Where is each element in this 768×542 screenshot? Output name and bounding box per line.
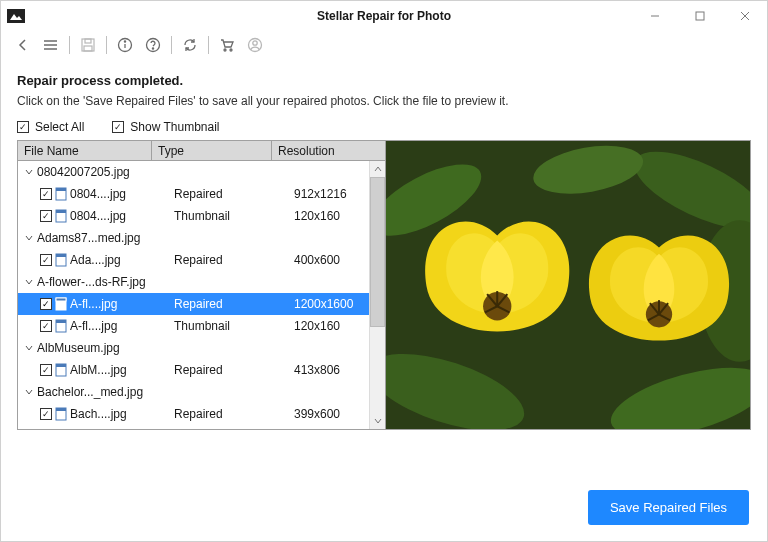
- page-title: Repair process completed.: [17, 73, 751, 88]
- svg-point-20: [253, 41, 257, 45]
- chevron-down-icon: [24, 344, 34, 352]
- tree-group[interactable]: background.jpg: [18, 425, 369, 429]
- svg-rect-24: [56, 210, 66, 213]
- checkbox-icon[interactable]: ✓: [40, 320, 52, 332]
- split-pane: File Name Type Resolution 08042007205.jp…: [17, 140, 751, 430]
- svg-point-16: [152, 48, 153, 49]
- tree-group[interactable]: Adams87...med.jpg: [18, 227, 369, 249]
- select-all-checkbox[interactable]: ✓ Select All: [17, 120, 84, 134]
- tree-item[interactable]: ✓0804....jpg Thumbnail 120x160: [18, 205, 369, 227]
- image-file-icon: [55, 363, 67, 377]
- item-name: AlbM....jpg: [70, 363, 127, 377]
- info-icon[interactable]: [111, 33, 139, 57]
- svg-rect-0: [7, 9, 25, 23]
- checkbox-icon[interactable]: ✓: [40, 298, 52, 310]
- image-file-icon: [55, 297, 67, 311]
- svg-rect-28: [56, 298, 66, 301]
- save-repaired-files-button[interactable]: Save Repaired Files: [588, 490, 749, 525]
- titlebar: Stellar Repair for Photo: [1, 1, 767, 31]
- svg-point-18: [230, 49, 232, 51]
- image-file-icon: [55, 187, 67, 201]
- save-icon[interactable]: [74, 33, 102, 57]
- menu-button[interactable]: [37, 33, 65, 57]
- file-grid: File Name Type Resolution 08042007205.jp…: [18, 141, 386, 429]
- content-area: Repair process completed. Click on the '…: [1, 59, 767, 478]
- svg-rect-30: [56, 320, 66, 323]
- help-icon[interactable]: [139, 33, 167, 57]
- image-file-icon: [55, 253, 67, 267]
- tree-item[interactable]: ✓Bach....jpg Repaired 399x600: [18, 403, 369, 425]
- item-type: Repaired: [170, 363, 290, 377]
- refresh-icon[interactable]: [176, 33, 204, 57]
- svg-rect-22: [56, 188, 66, 191]
- back-button[interactable]: [9, 33, 37, 57]
- image-file-icon: [55, 319, 67, 333]
- column-resolution[interactable]: Resolution: [272, 141, 385, 160]
- user-icon[interactable]: [241, 33, 269, 57]
- tree-group[interactable]: Bachelor..._med.jpg: [18, 381, 369, 403]
- image-preview: [386, 141, 750, 429]
- scroll-track[interactable]: [370, 327, 385, 413]
- maximize-button[interactable]: [677, 1, 722, 31]
- checkbox-icon[interactable]: ✓: [40, 188, 52, 200]
- item-res: 413x806: [290, 363, 369, 377]
- page-subtitle: Click on the 'Save Repaired Files' to sa…: [17, 94, 751, 108]
- toolbar: [1, 31, 767, 59]
- grid-body: 08042007205.jpg ✓0804....jpg Repaired 91…: [18, 161, 369, 429]
- group-name: Adams87...med.jpg: [37, 231, 140, 245]
- checkbox-icon[interactable]: ✓: [40, 210, 52, 222]
- item-name: Ada....jpg: [70, 253, 121, 267]
- checkbox-icon: ✓: [17, 121, 29, 133]
- item-type: Repaired: [170, 407, 290, 421]
- item-res: 1200x1600: [290, 297, 369, 311]
- item-res: 399x600: [290, 407, 369, 421]
- app-window: Stellar Repair for Photo Repair process …: [0, 0, 768, 542]
- svg-rect-32: [56, 364, 66, 367]
- toolbar-separator: [171, 36, 172, 54]
- item-type: Thumbnail: [170, 319, 290, 333]
- app-logo: [1, 1, 31, 31]
- column-file-name[interactable]: File Name: [18, 141, 152, 160]
- tree-item[interactable]: ✓Ada....jpg Repaired 400x600: [18, 249, 369, 271]
- item-res: 912x1216: [290, 187, 369, 201]
- vertical-scrollbar[interactable]: [369, 161, 385, 429]
- tree-item[interactable]: ✓0804....jpg Repaired 912x1216: [18, 183, 369, 205]
- item-name: A-fl....jpg: [70, 319, 117, 333]
- image-file-icon: [55, 209, 67, 223]
- column-type[interactable]: Type: [152, 141, 272, 160]
- item-name: A-fl....jpg: [70, 297, 117, 311]
- close-button[interactable]: [722, 1, 767, 31]
- item-name: 0804....jpg: [70, 187, 126, 201]
- toolbar-separator: [106, 36, 107, 54]
- chevron-down-icon: [24, 388, 34, 396]
- tree-item[interactable]: ✓AlbM....jpg Repaired 413x806: [18, 359, 369, 381]
- grid-header: File Name Type Resolution: [18, 141, 385, 161]
- show-thumbnail-checkbox[interactable]: ✓ Show Thumbnail: [112, 120, 219, 134]
- checkbox-icon[interactable]: ✓: [40, 364, 52, 376]
- tree-item-selected[interactable]: ✓A-fl....jpg Repaired 1200x1600: [18, 293, 369, 315]
- svg-point-17: [224, 49, 226, 51]
- tree-group[interactable]: AlbMuseum.jpg: [18, 337, 369, 359]
- checkbox-icon[interactable]: ✓: [40, 408, 52, 420]
- tree-group[interactable]: 08042007205.jpg: [18, 161, 369, 183]
- tree-group[interactable]: A-flower-...ds-RF.jpg: [18, 271, 369, 293]
- group-name: Bachelor..._med.jpg: [37, 385, 143, 399]
- chevron-down-icon: [24, 234, 34, 242]
- select-all-label: Select All: [35, 120, 84, 134]
- scroll-down-icon[interactable]: [370, 413, 385, 429]
- checkbox-icon[interactable]: ✓: [40, 254, 52, 266]
- minimize-button[interactable]: [632, 1, 677, 31]
- svg-rect-34: [56, 408, 66, 411]
- item-res: 120x160: [290, 319, 369, 333]
- scroll-thumb[interactable]: [370, 177, 385, 327]
- item-res: 400x600: [290, 253, 369, 267]
- tree-item[interactable]: ✓A-fl....jpg Thumbnail 120x160: [18, 315, 369, 337]
- footer: Save Repaired Files: [1, 478, 767, 541]
- checkbox-icon: ✓: [112, 121, 124, 133]
- group-name: 08042007205.jpg: [37, 165, 130, 179]
- item-name: 0804....jpg: [70, 209, 126, 223]
- cart-icon[interactable]: [213, 33, 241, 57]
- group-name: AlbMuseum.jpg: [37, 341, 120, 355]
- group-name: A-flower-...ds-RF.jpg: [37, 275, 146, 289]
- scroll-up-icon[interactable]: [370, 161, 385, 177]
